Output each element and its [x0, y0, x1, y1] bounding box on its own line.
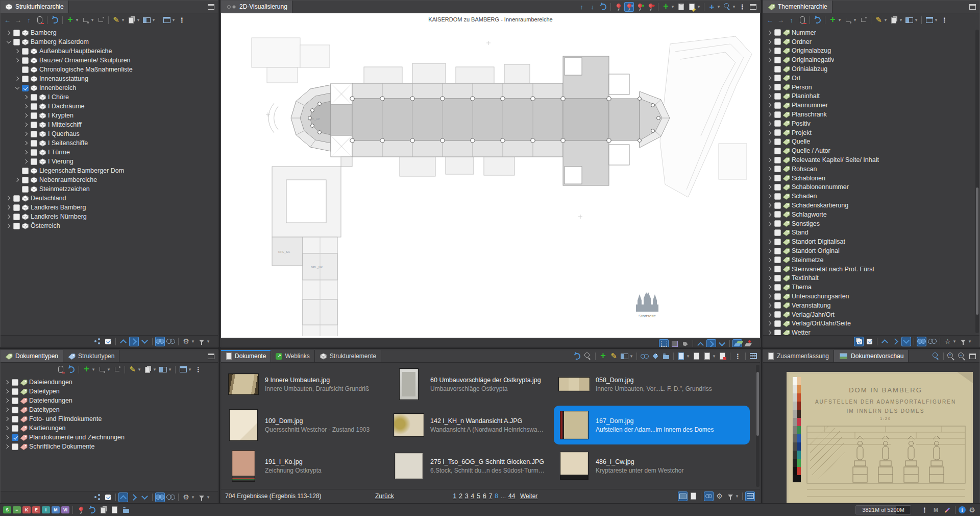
disp-icon[interactable] [620, 351, 629, 361]
cbs-icon[interactable] [854, 337, 864, 346]
checkbox[interactable] [774, 84, 781, 90]
tree-item[interactable]: Österreich [1, 221, 218, 230]
startseite-button[interactable]: Startseite [636, 292, 658, 318]
tree-item[interactable]: Orinialabzug [763, 64, 979, 74]
checkbox[interactable] [774, 148, 781, 154]
plus-icon[interactable] [82, 365, 91, 374]
expander-icon[interactable] [766, 293, 773, 300]
checkbox[interactable] [774, 157, 781, 163]
expander-icon[interactable] [22, 158, 29, 165]
expander-icon[interactable] [4, 443, 10, 450]
page-link[interactable]: 8 [495, 492, 498, 500]
gear-icon[interactable] [715, 491, 724, 501]
tree-item[interactable]: Schablonen [763, 174, 979, 183]
tree-item[interactable]: Originalabzug [763, 46, 979, 56]
tree-item[interactable]: Quelle / Autor [763, 146, 979, 155]
page-link[interactable]: ... [501, 492, 506, 500]
checkbox[interactable] [31, 103, 37, 110]
panel-icon[interactable] [178, 365, 188, 374]
float-panel-icon[interactable] [206, 2, 216, 12]
tree-item[interactable]: I Krypten [1, 111, 218, 120]
dots-icon[interactable] [733, 351, 743, 361]
next-page-link[interactable]: Weiter [520, 492, 537, 500]
checkbox[interactable] [774, 111, 781, 118]
checkbox[interactable] [774, 293, 781, 300]
tree-item[interactable]: Standort Original [763, 246, 979, 255]
expander-icon[interactable] [766, 120, 773, 127]
star-icon[interactable] [943, 337, 952, 346]
checkbox[interactable] [774, 220, 781, 227]
tree-item[interactable]: Schablonennummer [763, 183, 979, 192]
checkbox[interactable] [774, 320, 781, 327]
checkbox[interactable] [22, 48, 29, 55]
expander-icon[interactable] [14, 48, 20, 55]
dots-icon[interactable] [940, 15, 949, 25]
selrect-icon[interactable] [659, 339, 669, 348]
tree-item[interactable]: I Chöre [1, 92, 218, 102]
tree-item[interactable]: Dateiendungen [1, 396, 218, 405]
up-icon[interactable] [24, 15, 34, 25]
expander-icon[interactable] [4, 416, 10, 423]
tree-item[interactable]: Dateitypen [1, 405, 218, 414]
page-link[interactable]: 2 [459, 492, 462, 500]
uparr-icon[interactable] [880, 337, 890, 346]
expander-icon[interactable] [4, 425, 10, 432]
pin-icon[interactable] [76, 505, 86, 515]
expander-icon[interactable] [766, 330, 773, 335]
checkbox[interactable] [774, 248, 781, 254]
checkbox[interactable] [12, 425, 18, 432]
expander-icon[interactable] [766, 138, 773, 145]
document-item[interactable]: 275 I_Tso_6OG_G Schnitt Glocken.JPG 6.St… [388, 447, 549, 485]
tree-item[interactable]: Steinvarietät nach Prof. Fürst [763, 265, 979, 274]
expander-icon[interactable] [766, 102, 773, 109]
expander-icon[interactable] [22, 94, 29, 101]
scrollbar-thumb[interactable] [976, 187, 978, 315]
checkbox[interactable] [13, 39, 20, 45]
tree-item[interactable]: Textinhalt [763, 274, 979, 283]
cb-icon[interactable] [103, 337, 113, 346]
tree-item[interactable]: Foto- und Filmdokumente [1, 414, 218, 424]
checkbox[interactable] [22, 186, 29, 193]
downarr-icon[interactable] [717, 339, 727, 348]
mouse-icon[interactable] [797, 15, 807, 25]
floor-plan-canvas[interactable]: KAISERDOM zu BAMBERG - Innenraumbereiche [221, 13, 760, 338]
expander-icon[interactable] [766, 266, 773, 272]
node1-icon[interactable] [97, 365, 107, 374]
tree-item[interactable]: Planschrank [763, 110, 979, 119]
tree-item[interactable]: Schlagworte [763, 210, 979, 219]
expander-icon[interactable] [5, 30, 12, 36]
tree-item[interactable]: Person [763, 83, 979, 92]
rightarr-icon[interactable] [129, 492, 139, 502]
pinlayers-icon[interactable] [743, 339, 753, 348]
linknodes-icon[interactable] [92, 492, 102, 502]
tree-item[interactable]: Dateitypen [1, 387, 218, 396]
expander-icon[interactable] [4, 397, 10, 404]
copy-icon[interactable] [143, 365, 153, 374]
tree-item[interactable]: Liegenschaft Bamberger Dom [1, 166, 218, 175]
tree-item[interactable]: Kartierungen [1, 424, 218, 433]
checkbox[interactable] [13, 195, 20, 202]
checkbox[interactable] [774, 166, 781, 172]
tree-item[interactable]: I Querhaus [1, 129, 218, 138]
up-b-icon[interactable] [577, 2, 586, 12]
expander-icon[interactable] [766, 66, 773, 73]
expander-icon[interactable] [766, 129, 773, 136]
checkbox[interactable] [774, 211, 781, 218]
checkbox[interactable] [13, 204, 20, 211]
page-icon[interactable] [689, 491, 698, 501]
fwd-icon[interactable] [13, 15, 23, 25]
checkbox[interactable] [774, 311, 781, 318]
document-preview-viewport[interactable]: DOM IN BAMBERG AUFSTELLEN DER ADAMSPORTA… [763, 363, 979, 503]
tree-item[interactable]: Relevante Kapitel/ Seite/ Inhalt [763, 155, 979, 165]
checkbox[interactable] [22, 168, 29, 174]
expander-icon[interactable] [766, 148, 773, 154]
scrollbar-thumb[interactable] [756, 372, 759, 435]
float-panel-icon[interactable] [206, 351, 216, 361]
checkbox[interactable] [774, 275, 781, 282]
expander-icon[interactable] [766, 284, 773, 291]
expander-icon[interactable] [22, 140, 29, 147]
tab-strukturhierarchie[interactable]: Strukturhierarchie [1, 1, 69, 13]
expander-icon[interactable] [766, 184, 773, 191]
expander-icon[interactable] [766, 193, 773, 200]
document-item[interactable]: 058_Dom.jpg Innere Umbauten, Vor...L. F.… [554, 365, 750, 404]
